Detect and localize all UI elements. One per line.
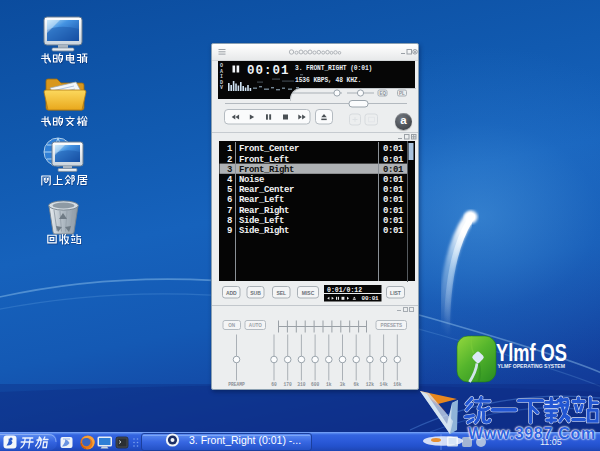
svg-text:EQ: EQ xyxy=(380,91,387,96)
svg-text:AUTO: AUTO xyxy=(249,323,262,328)
svg-text:3k: 3k xyxy=(340,382,346,387)
svg-text:ADD: ADD xyxy=(226,290,237,296)
svg-text:0:01: 0:01 xyxy=(382,175,403,185)
svg-text:1536 KBPS, 48 KHZ.: 1536 KBPS, 48 KHZ. xyxy=(295,77,361,84)
svg-text:0:01: 0:01 xyxy=(382,215,403,225)
svg-text:5: 5 xyxy=(226,185,231,195)
svg-text:0:01: 0:01 xyxy=(382,205,403,215)
svg-text:0:01: 0:01 xyxy=(382,226,403,236)
svg-text:7: 7 xyxy=(226,205,231,215)
svg-text:0:01/0:12: 0:01/0:12 xyxy=(327,287,362,294)
svg-text:Side_Right: Side_Right xyxy=(239,226,289,236)
svg-text:PREAMP: PREAMP xyxy=(228,382,245,387)
svg-text:Noise: Noise xyxy=(239,175,264,185)
svg-text:3. Front_Right (0:01) -...: 3. Front_Right (0:01) -... xyxy=(189,434,301,446)
svg-text:1: 1 xyxy=(226,144,232,154)
svg-text:V: V xyxy=(220,85,223,91)
svg-text:3. FRONT_RIGHT (0:01): 3. FRONT_RIGHT (0:01) xyxy=(295,65,372,72)
svg-text:Rear_Right: Rear_Right xyxy=(239,205,289,215)
svg-text:16k: 16k xyxy=(393,382,402,387)
svg-text:600: 600 xyxy=(311,382,320,387)
svg-text:2: 2 xyxy=(226,154,231,164)
svg-text:14k: 14k xyxy=(379,382,388,387)
svg-text:12k: 12k xyxy=(366,382,375,387)
svg-text:1k: 1k xyxy=(326,382,332,387)
svg-text:Side_Left: Side_Left xyxy=(239,215,284,225)
svg-text:Front_Center: Front_Center xyxy=(239,144,299,154)
svg-text:Rear_Center: Rear_Center xyxy=(239,185,294,195)
svg-text:Rear_Left: Rear_Left xyxy=(239,195,284,205)
svg-text:6k: 6k xyxy=(353,382,359,387)
svg-text:SUB: SUB xyxy=(250,290,261,296)
svg-text:60: 60 xyxy=(271,382,277,387)
svg-text:00:01: 00:01 xyxy=(247,64,290,78)
svg-text:Front_Right: Front_Right xyxy=(239,164,294,174)
svg-text:170: 170 xyxy=(284,382,293,387)
svg-text:0:01: 0:01 xyxy=(382,164,403,174)
svg-text:0:01: 0:01 xyxy=(382,195,403,205)
svg-text:YLMF OPERATING SYSTEM: YLMF OPERATING SYSTEM xyxy=(498,364,566,369)
svg-text:ON: ON xyxy=(228,323,236,328)
svg-text:PRESETS: PRESETS xyxy=(381,323,402,328)
svg-text:4: 4 xyxy=(226,175,232,185)
svg-text:0:01: 0:01 xyxy=(382,154,403,164)
svg-text:SEL: SEL xyxy=(276,290,286,296)
svg-text:3: 3 xyxy=(226,164,231,174)
svg-text:8: 8 xyxy=(226,215,231,225)
svg-text:6: 6 xyxy=(226,195,231,205)
svg-text:LIST: LIST xyxy=(390,290,401,296)
svg-text:0:01: 0:01 xyxy=(382,144,403,154)
svg-text:PL: PL xyxy=(399,91,405,96)
svg-text:9: 9 xyxy=(226,226,231,236)
svg-text:310: 310 xyxy=(297,382,306,387)
svg-text:0:01: 0:01 xyxy=(382,185,403,195)
svg-text:Front_Left: Front_Left xyxy=(239,154,289,164)
svg-text:Ylmf OS: Ylmf OS xyxy=(496,340,567,366)
svg-text:00:01: 00:01 xyxy=(361,295,379,302)
svg-text:MISC: MISC xyxy=(302,290,315,296)
